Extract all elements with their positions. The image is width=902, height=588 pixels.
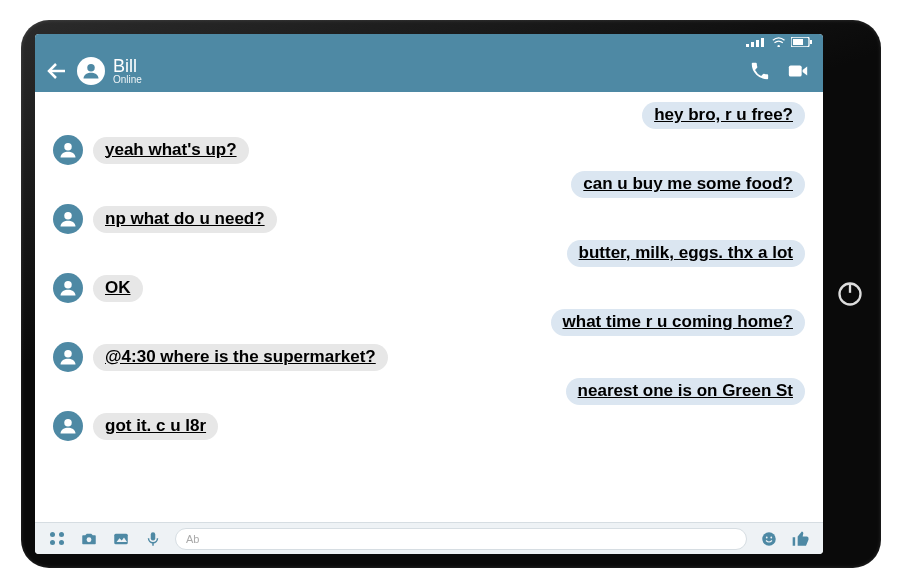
message-row: yeah what's up?	[53, 135, 805, 165]
message-row: hey bro, r u free?	[53, 102, 805, 129]
message-list[interactable]: hey bro, r u free?yeah what's up?can u b…	[35, 92, 823, 522]
sender-avatar[interactable]	[53, 135, 83, 165]
message-row: got it. c u l8r	[53, 411, 805, 441]
contact-info[interactable]: Bill Online	[113, 57, 142, 85]
svg-rect-19	[114, 533, 128, 544]
message-bubble[interactable]: yeah what's up?	[93, 137, 249, 164]
svg-point-24	[766, 536, 768, 538]
message-bubble[interactable]: nearest one is on Green St	[566, 378, 805, 405]
message-row: @4:30 where is the supermarket?	[53, 342, 805, 372]
message-bubble[interactable]: got it. c u l8r	[93, 413, 218, 440]
wifi-icon	[772, 37, 785, 47]
apps-button[interactable]	[47, 529, 67, 549]
message-bubble[interactable]: can u buy me some food?	[571, 171, 805, 198]
message-bubble[interactable]: OK	[93, 275, 143, 302]
sender-avatar[interactable]	[53, 204, 83, 234]
message-bubble[interactable]: hey bro, r u free?	[642, 102, 805, 129]
message-input[interactable]: Ab	[175, 528, 747, 550]
svg-point-18	[87, 537, 92, 542]
svg-point-13	[64, 143, 72, 151]
message-bubble[interactable]: butter, milk, eggs. thx a lot	[567, 240, 805, 267]
battery-icon	[791, 37, 813, 47]
input-bar: Ab	[35, 522, 823, 554]
svg-rect-21	[151, 532, 156, 540]
message-row: nearest one is on Green St	[53, 378, 805, 405]
chat-header: Bill Online	[35, 50, 823, 92]
camera-button[interactable]	[79, 529, 99, 549]
sender-avatar[interactable]	[53, 273, 83, 303]
svg-point-17	[64, 419, 72, 427]
mic-button[interactable]	[143, 529, 163, 549]
svg-rect-3	[751, 42, 754, 47]
svg-rect-7	[793, 39, 803, 45]
svg-point-16	[64, 350, 72, 358]
message-row: OK	[53, 273, 805, 303]
power-button[interactable]	[835, 279, 865, 309]
svg-point-25	[770, 536, 772, 538]
screen: Bill Online hey bro, r u free?yeah what'…	[35, 34, 823, 554]
message-bubble[interactable]: np what do u need?	[93, 206, 277, 233]
voice-call-button[interactable]	[745, 56, 775, 86]
signal-icon	[746, 37, 766, 47]
svg-point-15	[64, 281, 72, 289]
message-bubble[interactable]: @4:30 where is the supermarket?	[93, 344, 388, 371]
sender-avatar[interactable]	[53, 342, 83, 372]
svg-point-14	[64, 212, 72, 220]
svg-point-10	[87, 64, 95, 71]
message-row: butter, milk, eggs. thx a lot	[53, 240, 805, 267]
video-call-button[interactable]	[783, 56, 813, 86]
svg-rect-11	[789, 66, 802, 77]
svg-rect-4	[756, 40, 759, 47]
gallery-button[interactable]	[111, 529, 131, 549]
tablet-frame: Bill Online hey bro, r u free?yeah what'…	[21, 20, 881, 568]
svg-rect-8	[810, 40, 812, 44]
message-bubble[interactable]: what time r u coming home?	[551, 309, 805, 336]
message-placeholder: Ab	[186, 533, 199, 545]
svg-marker-12	[803, 66, 808, 75]
contact-status: Online	[113, 75, 142, 85]
message-row: what time r u coming home?	[53, 309, 805, 336]
svg-point-23	[762, 532, 776, 546]
contact-avatar[interactable]	[77, 57, 105, 85]
contact-name: Bill	[113, 57, 142, 75]
emoji-button[interactable]	[759, 529, 779, 549]
message-row: np what do u need?	[53, 204, 805, 234]
svg-rect-2	[746, 44, 749, 47]
back-button[interactable]	[45, 59, 69, 83]
svg-rect-5	[761, 38, 764, 47]
status-bar	[35, 34, 823, 50]
message-row: can u buy me some food?	[53, 171, 805, 198]
like-button[interactable]	[791, 529, 811, 549]
sender-avatar[interactable]	[53, 411, 83, 441]
